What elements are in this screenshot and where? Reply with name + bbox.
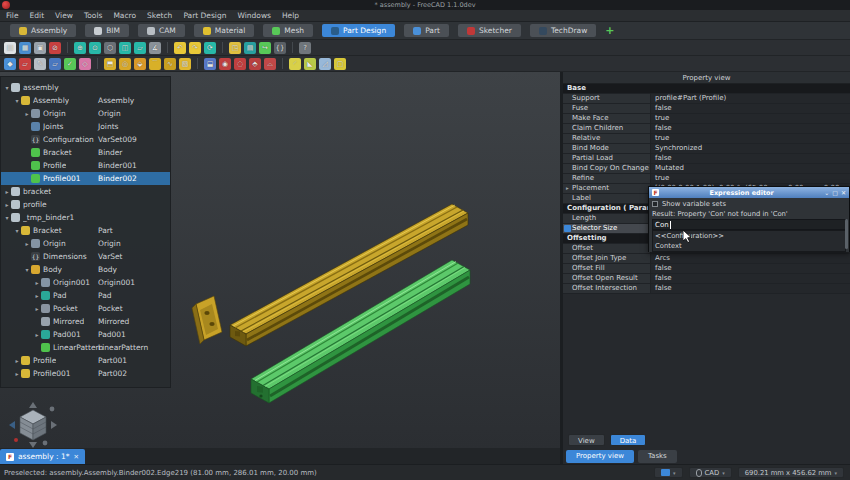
property-value[interactable]: false	[651, 274, 850, 283]
nav-rotate-icon[interactable]	[50, 407, 55, 412]
std-group-icon[interactable]: ▤	[244, 42, 256, 54]
tree-row[interactable]: {} Dimensions VarSet	[1, 250, 170, 263]
expander-icon[interactable]: ▸	[13, 357, 21, 364]
show-variable-sets-checkbox[interactable]	[652, 201, 658, 207]
tree-row[interactable]: ▸ Origin Origin	[1, 107, 170, 120]
separator[interactable]	[292, 42, 293, 53]
separator[interactable]	[67, 42, 68, 53]
data-mode-button[interactable]: Data	[610, 434, 647, 446]
property-row[interactable]: Make Face true	[563, 114, 850, 124]
property-row[interactable]: Support profile#Part (Profile)	[563, 94, 850, 104]
groove-icon[interactable]: ◌	[234, 58, 246, 70]
property-value[interactable]: false	[651, 284, 850, 293]
expander-icon[interactable]: ▾	[23, 266, 31, 273]
workbench-tab[interactable]: TechDraw	[530, 24, 596, 37]
menu-item[interactable]: File	[6, 11, 19, 20]
workbench-tab[interactable]: Sketcher	[458, 24, 521, 37]
view-mode-button[interactable]: View	[568, 434, 605, 446]
property-row[interactable]: Offset Open Result false	[563, 274, 850, 284]
workbench-tab[interactable]: Assembly	[10, 24, 76, 37]
open-document-icon[interactable]: ▦	[19, 42, 31, 54]
view-front-icon[interactable]: ▱	[134, 42, 146, 54]
hole-icon[interactable]: ◉	[219, 58, 231, 70]
fit-selection-icon[interactable]: ⊙	[89, 42, 101, 54]
property-value[interactable]: false	[651, 104, 850, 113]
tree-row[interactable]: Profile001 Binder002	[1, 172, 170, 185]
tree-row[interactable]: ▸ profile	[1, 198, 170, 211]
separator[interactable]	[197, 58, 198, 69]
tree-row[interactable]: ▸ Profile Part001	[1, 354, 170, 367]
tree-row[interactable]: ▸ Profile001 Part002	[1, 367, 170, 380]
subtractive-loft-icon[interactable]: ⬘	[249, 58, 261, 70]
navigation-style-selector[interactable]: CAD ▾	[689, 467, 732, 478]
property-value[interactable]: profile#Part (Profile)	[651, 94, 850, 103]
menu-item[interactable]: Part Design	[183, 11, 226, 20]
tree-row[interactable]: Profile Binder001	[1, 159, 170, 172]
chamfer-icon[interactable]: ◣	[304, 58, 316, 70]
tree-row[interactable]: ▾ Body Body	[1, 263, 170, 276]
separator[interactable]	[167, 42, 168, 53]
tree-row[interactable]: ▸ Pocket Pocket	[1, 302, 170, 315]
property-row[interactable]: Relative true	[563, 134, 850, 144]
autocomplete-item[interactable]: <<Configuration>>	[653, 231, 845, 241]
property-row[interactable]: Fuse false	[563, 104, 850, 114]
tree-row[interactable]: ▾ assembly	[1, 81, 170, 94]
tree-row[interactable]: LinearPattern LinearPattern	[1, 341, 170, 354]
view-dimensions-indicator[interactable]: 690.21 mm x 456.62 mm ▾	[738, 467, 844, 478]
menu-item[interactable]: Macro	[113, 11, 136, 20]
menu-item[interactable]: Tools	[84, 11, 102, 20]
menu-item[interactable]: Sketch	[147, 11, 172, 20]
additive-loft-icon[interactable]: ⬙	[134, 58, 146, 70]
expander-icon[interactable]: ▾	[3, 84, 11, 91]
dialog-minimize-icon[interactable]: ⌄	[824, 189, 829, 196]
whats-this-icon[interactable]: ?	[299, 42, 311, 54]
menu-item[interactable]: Windows	[237, 11, 270, 20]
expander-icon[interactable]: ▸	[3, 188, 11, 195]
property-row[interactable]: Base	[563, 84, 850, 94]
tab-tasks[interactable]: Tasks	[638, 450, 677, 463]
expander-icon[interactable]: ▸	[23, 240, 31, 247]
tree-row[interactable]: Joints Joints	[1, 120, 170, 133]
tree-row[interactable]: ▸ Pad001 Pad001	[1, 328, 170, 341]
expander-icon[interactable]: ▸	[13, 370, 21, 377]
expander-icon[interactable]: ▸	[33, 305, 41, 312]
expression-input[interactable]: Con	[652, 219, 846, 230]
std-part-icon[interactable]: ◳	[229, 42, 241, 54]
menu-item[interactable]: View	[55, 11, 73, 20]
workbench-tab[interactable]: BIM	[85, 24, 129, 37]
expander-icon[interactable]: ▾	[13, 97, 21, 104]
draw-style-icon[interactable]: ◫	[119, 42, 131, 54]
pad-icon[interactable]: ⬒	[104, 58, 116, 70]
additive-box-icon[interactable]: ▧	[179, 58, 191, 70]
workbench-tab[interactable]: Part	[404, 24, 449, 37]
tree-row[interactable]: ▾ Assembly Assembly	[1, 94, 170, 107]
property-value[interactable]: Synchronized	[651, 144, 850, 153]
expander-icon[interactable]: ▸	[33, 331, 41, 338]
autocomplete-item[interactable]: Context	[653, 241, 845, 251]
redo-icon[interactable]: ↷	[189, 42, 201, 54]
separator[interactable]	[97, 58, 98, 69]
separator[interactable]	[222, 42, 223, 53]
pocket-icon[interactable]: ⬓	[204, 58, 216, 70]
tree-row[interactable]: {} Configuration VarSet009	[1, 133, 170, 146]
tree-row[interactable]: Bracket Binder	[1, 146, 170, 159]
tab-property-view[interactable]: Property view	[566, 450, 634, 463]
tree-row[interactable]: Mirrored Mirrored	[1, 315, 170, 328]
property-value[interactable]: Arcs	[651, 254, 850, 263]
workbench-tab[interactable]: Material	[194, 24, 254, 37]
property-row[interactable]: Partial Load false	[563, 154, 850, 164]
measure-icon[interactable]: ∡	[149, 42, 161, 54]
expander-icon[interactable]: ▾	[13, 227, 21, 234]
expander-icon[interactable]: ▾	[3, 214, 11, 221]
document-tab[interactable]: F assembly : 1* ✕	[0, 449, 85, 464]
property-row[interactable]: Offset Join Type Arcs	[563, 254, 850, 264]
thickness-icon[interactable]: ▢	[334, 58, 346, 70]
status-toggle-button[interactable]: ▾	[654, 467, 683, 478]
document-tab-close-icon[interactable]: ✕	[73, 453, 78, 461]
property-row[interactable]: Offset Fill false	[563, 264, 850, 274]
workbench-tab[interactable]: CAM	[138, 24, 185, 37]
property-value[interactable]: false	[651, 124, 850, 133]
create-body-icon[interactable]: ◆	[4, 58, 16, 70]
save-document-icon[interactable]: ▣	[34, 42, 46, 54]
additive-helix-icon[interactable]: ∿	[164, 58, 176, 70]
